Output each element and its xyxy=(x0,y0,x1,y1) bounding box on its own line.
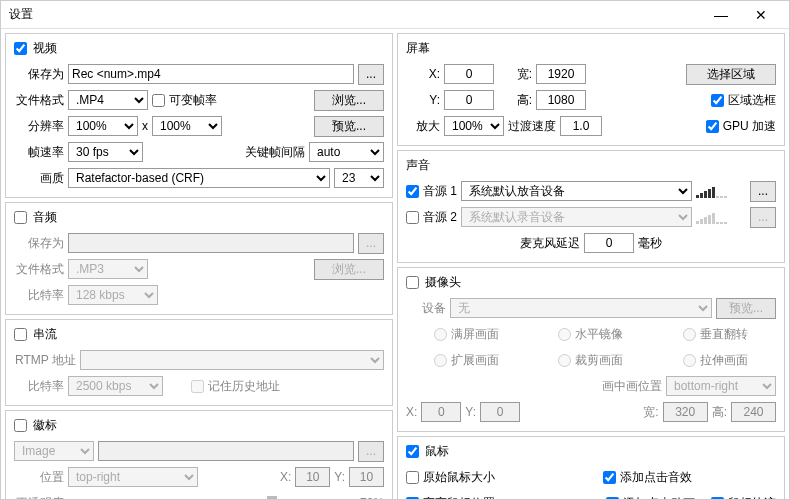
sound-micdelay-label: 麦克风延迟 xyxy=(520,235,580,252)
audio-title: 音频 xyxy=(33,209,57,226)
video-saveas-input[interactable] xyxy=(68,64,354,84)
minimize-button[interactable]: — xyxy=(701,7,741,23)
video-vbr-label: 可变帧率 xyxy=(169,92,217,109)
video-title: 视频 xyxy=(33,40,57,57)
sound-micdelay-input[interactable] xyxy=(584,233,634,253)
camera-h-label: 高: xyxy=(712,404,727,421)
video-preview-button[interactable]: 预览... xyxy=(314,116,384,137)
emblem-opacity-label: 不透明度 xyxy=(14,495,64,501)
sound-src2-volume-icon xyxy=(696,210,746,224)
sound-src1-checkbox[interactable] xyxy=(406,185,419,198)
video-format-label: 文件格式 xyxy=(14,92,64,109)
audio-saveas-more-button: ... xyxy=(358,233,384,254)
emblem-path-input xyxy=(98,441,354,461)
sound-src2-checkbox[interactable] xyxy=(406,211,419,224)
screen-gpu-label: GPU 加速 xyxy=(723,118,776,135)
audio-group: 音频 保存为 ... 文件格式 .MP3 浏览... 比特率 128 kbps xyxy=(5,202,393,315)
screen-transition-input[interactable] xyxy=(560,116,602,136)
stream-rtmp-label: RTMP 地址 xyxy=(14,352,76,369)
video-res-label: 分辨率 xyxy=(14,118,64,135)
screen-h-label: 高: xyxy=(512,92,532,109)
camera-vflip-radio xyxy=(683,328,696,341)
camera-checkbox[interactable] xyxy=(406,276,419,289)
stream-remember-checkbox xyxy=(191,380,204,393)
mouse-click-anim-checkbox[interactable] xyxy=(606,497,619,501)
video-res-w-select[interactable]: 100% xyxy=(68,116,138,136)
audio-browse-button: 浏览... xyxy=(314,259,384,280)
mouse-trail-checkbox[interactable] xyxy=(711,497,724,501)
screen-region-frame-checkbox[interactable] xyxy=(711,94,724,107)
sound-src2-more-button: ... xyxy=(750,207,776,228)
stream-rtmp-select xyxy=(80,350,384,370)
emblem-opacity-value: 70% xyxy=(360,496,384,500)
video-format-select[interactable]: .MP4 xyxy=(68,90,148,110)
mouse-group: 鼠标 原始鼠标大小 添加点击音效 高亮鼠标位置 添加点击动画 鼠标轨迹 左 右 xyxy=(397,436,785,500)
video-crf-select[interactable]: 23 xyxy=(334,168,384,188)
mouse-highlight-checkbox[interactable] xyxy=(406,497,419,501)
emblem-checkbox[interactable] xyxy=(14,419,27,432)
sound-group: 声音 音源 1 系统默认放音设备 ... 音源 2 系统默认录音设备 ... 麦… xyxy=(397,150,785,263)
emblem-y-input xyxy=(349,467,384,487)
audio-saveas-input xyxy=(68,233,354,253)
emblem-type-select: Image xyxy=(14,441,94,461)
sound-src1-volume-icon xyxy=(696,184,746,198)
stream-checkbox[interactable] xyxy=(14,328,27,341)
screen-x-input[interactable] xyxy=(444,64,494,84)
camera-w-label: 宽: xyxy=(643,404,658,421)
video-keyframe-select[interactable]: auto xyxy=(309,142,384,162)
mouse-click-sound-checkbox[interactable] xyxy=(603,471,616,484)
camera-x-input xyxy=(421,402,461,422)
sound-title: 声音 xyxy=(406,157,430,174)
screen-gpu-checkbox[interactable] xyxy=(706,120,719,133)
screen-w-input[interactable] xyxy=(536,64,586,84)
titlebar: 设置 — ✕ xyxy=(1,1,789,29)
screen-zoom-label: 放大 xyxy=(406,118,440,135)
sound-src2-select: 系统默认录音设备 xyxy=(461,207,692,227)
video-quality-select[interactable]: Ratefactor-based (CRF) xyxy=(68,168,330,188)
video-keyframe-label: 关键帧间隔 xyxy=(245,144,305,161)
mouse-title: 鼠标 xyxy=(425,443,449,460)
camera-y-input xyxy=(480,402,520,422)
camera-fullscreen-radio xyxy=(434,328,447,341)
emblem-title: 徽标 xyxy=(33,417,57,434)
screen-region-frame-label: 区域选框 xyxy=(728,92,776,109)
stream-bitrate-select: 2500 kbps xyxy=(68,376,163,396)
screen-zoom-select[interactable]: 100% xyxy=(444,116,504,136)
video-saveas-more-button[interactable]: ... xyxy=(358,64,384,85)
emblem-pos-label: 位置 xyxy=(14,469,64,486)
screen-select-region-button[interactable]: 选择区域 xyxy=(686,64,776,85)
audio-checkbox[interactable] xyxy=(14,211,27,224)
mouse-orig-size-checkbox[interactable] xyxy=(406,471,419,484)
sound-src1-select[interactable]: 系统默认放音设备 xyxy=(461,181,692,201)
video-checkbox[interactable] xyxy=(14,42,27,55)
screen-transition-label: 过渡速度 xyxy=(508,118,556,135)
camera-x-label: X: xyxy=(406,405,417,419)
audio-saveas-label: 保存为 xyxy=(14,235,64,252)
video-browse-button[interactable]: 浏览... xyxy=(314,90,384,111)
sound-src1-label: 音源 1 xyxy=(423,183,457,200)
screen-group: 屏幕 X: 宽: 选择区域 Y: 高: 区域选框 放大 100% 过渡速度 GP… xyxy=(397,33,785,146)
video-res-h-select[interactable]: 100% xyxy=(152,116,222,136)
camera-h-input xyxy=(731,402,776,422)
emblem-x-input xyxy=(295,467,330,487)
audio-bitrate-select: 128 kbps xyxy=(68,285,158,305)
emblem-group: 徽标 Image ... 位置 top-right X: Y: 不透明度 70% xyxy=(5,410,393,500)
camera-hflip-radio xyxy=(558,328,571,341)
sound-src2-label: 音源 2 xyxy=(423,209,457,226)
sound-ms-label: 毫秒 xyxy=(638,235,662,252)
camera-group: 摄像头 设备 无 预览... 满屏画面 水平镜像 垂直翻转 扩展画面 裁剪画面 … xyxy=(397,267,785,432)
audio-format-label: 文件格式 xyxy=(14,261,64,278)
audio-format-select: .MP3 xyxy=(68,259,148,279)
stream-group: 串流 RTMP 地址 比特率 2500 kbps 记住历史地址 xyxy=(5,319,393,406)
screen-h-input[interactable] xyxy=(536,90,586,110)
screen-y-input[interactable] xyxy=(444,90,494,110)
close-button[interactable]: ✕ xyxy=(741,7,781,23)
emblem-x-label: X: xyxy=(280,470,291,484)
video-fps-select[interactable]: 30 fps xyxy=(68,142,143,162)
mouse-checkbox[interactable] xyxy=(406,445,419,458)
camera-pip-select: bottom-right xyxy=(666,376,776,396)
video-vbr-checkbox[interactable] xyxy=(152,94,165,107)
screen-title: 屏幕 xyxy=(406,40,430,57)
camera-title: 摄像头 xyxy=(425,274,461,291)
sound-src1-more-button[interactable]: ... xyxy=(750,181,776,202)
